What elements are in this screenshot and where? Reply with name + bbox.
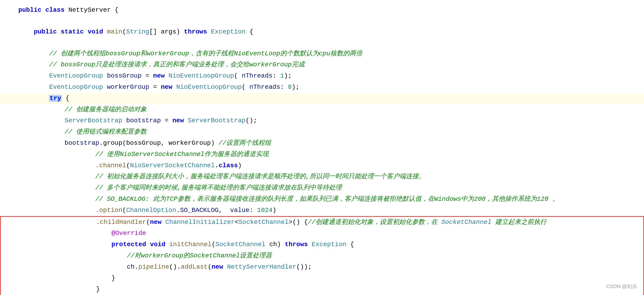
token-class-name: SocketChannel: [238, 219, 288, 226]
line-content: // SO_BACKLOG: 此为TCP参数，表示服务器端接收连接的队列长度，如…: [14, 194, 644, 204]
token-method: pipeline: [138, 263, 169, 270]
code-line: ServerBootstrap bootstrap = new ServerBo…: [0, 115, 644, 126]
token-normal: [19, 263, 127, 270]
token-normal: [18, 28, 34, 35]
token-kw: throws: [184, 28, 211, 35]
token-comment: // 创建服务器端的启动对象: [65, 106, 147, 113]
token-param-name: nThreads: [249, 84, 280, 91]
token-param-name: bootstrap: [65, 139, 99, 147]
token-class-name: String: [126, 28, 150, 35]
token-class-name: NioEventLoopGroup: [168, 72, 234, 79]
token-param-value: 1: [280, 72, 284, 79]
token-comment: //对workerGroup的SocketChannel设置处理器: [127, 252, 272, 259]
code-line: // 使用NioServerSocketChannel作为服务器的通道实现: [0, 149, 644, 160]
token-class-name: NettyServerHandler: [227, 263, 296, 270]
token-normal: (: [122, 207, 126, 214]
token-method: addLast: [181, 263, 208, 270]
token-method: main: [107, 28, 122, 35]
token-kw: new: [150, 219, 165, 226]
token-class-name: NioServerSocketChannel: [130, 162, 215, 169]
token-param-name: ch: [127, 263, 134, 270]
token-class-name: EventLoopGroup: [49, 84, 107, 91]
token-normal: (: [242, 84, 250, 91]
token-kw: protected: [112, 241, 150, 248]
token-param-name: workerGroup: [107, 84, 153, 91]
code-line: // 创建两个线程组bossGroup和workerGroup，含有的子线程Ni…: [0, 48, 644, 59]
token-kw: new: [153, 72, 168, 79]
code-line: // 初始化服务器连接队列大小，服务端处理客户端连接请求是顺序处理的,所以同一时…: [0, 171, 644, 182]
token-normal: ());: [296, 263, 312, 270]
token-normal: (: [208, 263, 212, 270]
token-method: initChannel: [169, 241, 212, 248]
line-content: .channel(NioServerSocketChannel.class): [14, 161, 644, 171]
token-kw: class: [219, 162, 238, 169]
highlighted-code-block: .childHandler(new ChannelInitializer<Soc…: [0, 216, 644, 295]
token-kw: void: [88, 28, 107, 35]
token-normal: .group(bossGroup, workerGroup): [99, 139, 219, 147]
token-normal: =: [165, 117, 172, 124]
token-comment: //创建通道初始化对象，设置初始化参数，在: [308, 219, 441, 226]
token-normal: }: [112, 274, 115, 282]
code-line: protected void initChannel(SocketChannel…: [1, 239, 643, 250]
line-content: bootstrap.group(bossGroup, workerGroup) …: [14, 138, 644, 148]
token-normal: [18, 50, 49, 57]
code-line: public class NettyServer {: [0, 5, 644, 16]
line-content: EventLoopGroup bossGroup = new NioEventL…: [14, 71, 644, 81]
token-param-name: bootstrap: [126, 117, 164, 124]
token-normal: [18, 184, 95, 191]
code-line: .childHandler(new ChannelInitializer<Soc…: [1, 217, 643, 228]
token-normal: =: [146, 72, 153, 79]
token-normal: ): [272, 207, 276, 214]
token-kw: void: [150, 241, 169, 248]
code-line: }: [1, 273, 643, 284]
line-content: @Override: [14, 228, 643, 238]
token-class-name: Exception: [211, 28, 249, 35]
line-content: try {: [14, 93, 644, 104]
token-comment: // 使用链式编程来配置参数: [65, 128, 147, 135]
token-class-name: EventLoopGroup: [49, 72, 107, 79]
token-comment: // SO_BACKLOG: 此为TCP参数，表示服务器端接收连接的队列长度，如…: [95, 195, 559, 203]
code-line: // SO_BACKLOG: 此为TCP参数，表示服务器端接收连接的队列长度，如…: [0, 194, 644, 205]
token-class-name: NioEventLoopGroup: [176, 84, 242, 91]
code-line: EventLoopGroup workerGroup = new NioEven…: [0, 82, 644, 93]
token-normal: [] args): [149, 28, 184, 35]
token-normal: [18, 84, 49, 91]
token-normal: [19, 252, 127, 259]
line-content: // 多个客户端同时来的时候,服务端将不能处理的客户端连接请求放在队列中等待处理: [14, 183, 644, 193]
token-param-value: 8: [288, 84, 292, 91]
code-line: //对workerGroup的SocketChannel设置处理器: [1, 250, 643, 261]
token-param-value: 1024: [257, 207, 272, 214]
token-normal: ch): [266, 241, 285, 248]
token-normal: (: [212, 241, 216, 248]
token-comment: // 多个客户端同时来的时候,服务端将不能处理的客户端连接请求放在队列中等待处理: [95, 184, 342, 191]
code-line: EventLoopGroup bossGroup = new NioEventL…: [0, 70, 644, 82]
token-comment: // 创建两个线程组bossGroup和workerGroup，含有的子线程Ni…: [49, 50, 362, 57]
token-normal: [18, 106, 65, 113]
watermark: CSDN @刘乐: [606, 282, 637, 290]
token-kw: try: [49, 95, 62, 102]
line-content: // 使用NioServerSocketChannel作为服务器的通道实现: [14, 149, 644, 160]
token-kw: public: [34, 28, 61, 35]
token-normal: [18, 162, 95, 169]
token-normal: [18, 195, 95, 203]
code-line: // bossGroup只是处理连接请求，真正的和客户端业务处理，会交给work…: [0, 59, 644, 70]
token-comment: 建立起来之前执行: [491, 219, 546, 226]
token-comment: // 初始化服务器连接队列大小，服务端处理客户端连接请求是顺序处理的,所以同一时…: [95, 173, 425, 180]
token-normal: <: [235, 219, 238, 226]
code-line: // 创建服务器端的启动对象: [0, 104, 644, 115]
token-normal: >() {: [288, 219, 308, 226]
token-normal: {: [62, 95, 70, 102]
token-normal: [18, 207, 95, 214]
line-content: ch.pipeline().addLast(new NettyServerHan…: [14, 262, 643, 272]
line-content: }: [14, 273, 643, 283]
token-method: .channel: [95, 162, 126, 169]
token-normal: [18, 139, 65, 147]
token-class-name: ServerBootstrap: [65, 117, 126, 124]
token-comment: // 使用NioServerSocketChannel作为服务器的通道实现: [95, 151, 268, 158]
token-normal: [18, 95, 49, 102]
line-content: //对workerGroup的SocketChannel设置处理器: [14, 251, 643, 261]
token-param-name: nThreads: [242, 72, 272, 79]
token-normal: (: [122, 28, 126, 35]
line-content: public static void main(String[] args) t…: [14, 27, 644, 37]
token-annotation: @Override: [112, 230, 146, 237]
